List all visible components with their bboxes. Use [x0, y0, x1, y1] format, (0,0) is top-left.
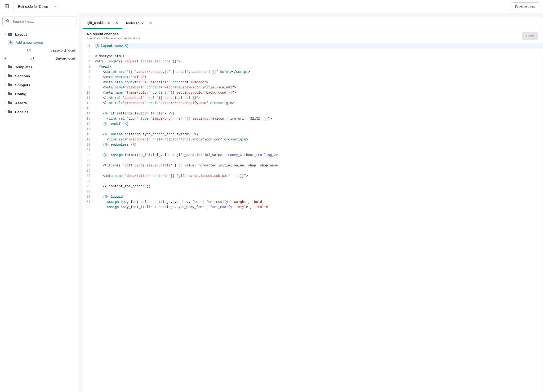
folder-templates[interactable]: Templates [2, 63, 76, 71]
close-icon[interactable] [115, 21, 118, 24]
code-content[interactable]: {% layout none %} <!doctype html><html l… [93, 43, 543, 392]
svg-point-1 [54, 6, 55, 7]
add-icon [9, 40, 13, 44]
file-label: theme.liquid [56, 56, 75, 60]
folder-icon [8, 110, 12, 114]
folder-label: Layout [15, 32, 27, 36]
preview-store-button[interactable]: Preview store [511, 2, 539, 11]
folder-label: Templates [15, 65, 32, 69]
modified-dot-icon [5, 57, 6, 59]
file-status-title: No recent changes [87, 32, 140, 36]
folder-label: Snippets [15, 83, 30, 87]
file-tree: LayoutAdd a new layout{/}password.liquid… [2, 30, 76, 116]
folder-label: Assets [15, 101, 27, 105]
file-label: password.liquid [51, 48, 75, 52]
sidebar: LayoutAdd a new layout{/}password.liquid… [0, 13, 79, 392]
caret-right-icon [4, 101, 7, 104]
code-editor[interactable]: 1234▾5▾678910111213141516171819202122232… [83, 43, 543, 392]
topbar: Edit code for Dawn Preview store [0, 0, 543, 13]
file-status-subtitle: File does not have any other versions [87, 36, 140, 40]
tab-label: footer.liquid [126, 21, 144, 25]
folder-config[interactable]: Config [2, 90, 76, 98]
folder-icon [8, 83, 12, 87]
file-item[interactable]: {/}password.liquid [7, 46, 76, 54]
folder-sections[interactable]: Sections [2, 72, 76, 80]
topbar-left: Edit code for Dawn [0, 0, 59, 13]
svg-point-2 [55, 6, 56, 7]
folder-locales[interactable]: Locales [2, 108, 76, 116]
save-button[interactable]: Save [522, 32, 538, 40]
page-title: Edit code for Dawn [14, 5, 52, 9]
search-icon [6, 19, 12, 24]
svg-point-3 [57, 6, 57, 7]
caret-right-icon [4, 83, 7, 86]
exit-icon [5, 4, 9, 9]
exit-button[interactable] [0, 0, 14, 13]
folder-icon [8, 73, 12, 78]
code-file-icon: {/} [9, 56, 53, 61]
file-info-bar: No recent changes File does not have any… [83, 29, 543, 43]
tabs: gift_card.liquidfooter.liquid [83, 17, 543, 29]
code-file-icon: {/} [9, 48, 48, 52]
folder-icon [8, 92, 12, 96]
tab[interactable]: gift_card.liquid [83, 17, 122, 29]
folder-icon [8, 100, 12, 105]
folder-layout[interactable]: Layout [2, 30, 76, 39]
editor: gift_card.liquidfooter.liquid No recent … [79, 13, 543, 392]
caret-right-icon [4, 74, 7, 77]
more-button[interactable] [52, 3, 59, 10]
folder-assets[interactable]: Assets [2, 99, 76, 107]
caret-right-icon [4, 93, 7, 95]
file-item[interactable]: Add a new layout [7, 39, 76, 46]
caret-right-icon [4, 66, 7, 68]
folder-label: Config [15, 92, 26, 96]
folder-icon [8, 65, 12, 69]
folder-label: Sections [15, 74, 30, 78]
file-item[interactable]: {/}theme.liquid [7, 54, 76, 62]
folder-snippets[interactable]: Snippets [2, 81, 76, 89]
tab[interactable]: footer.liquid [122, 17, 156, 29]
folder-label: Locales [15, 110, 28, 114]
file-label: Add a new layout [16, 40, 43, 44]
search-input-wrap[interactable] [2, 17, 76, 26]
more-icon [53, 4, 58, 9]
tab-label: gift_card.liquid [87, 21, 110, 25]
caret-down-icon [4, 33, 7, 36]
close-icon[interactable] [149, 21, 152, 25]
folder-icon [8, 32, 12, 37]
caret-right-icon [4, 110, 7, 113]
search-input[interactable] [12, 19, 73, 23]
line-gutter: 1234▾5▾678910111213141516171819202122232… [83, 43, 93, 392]
